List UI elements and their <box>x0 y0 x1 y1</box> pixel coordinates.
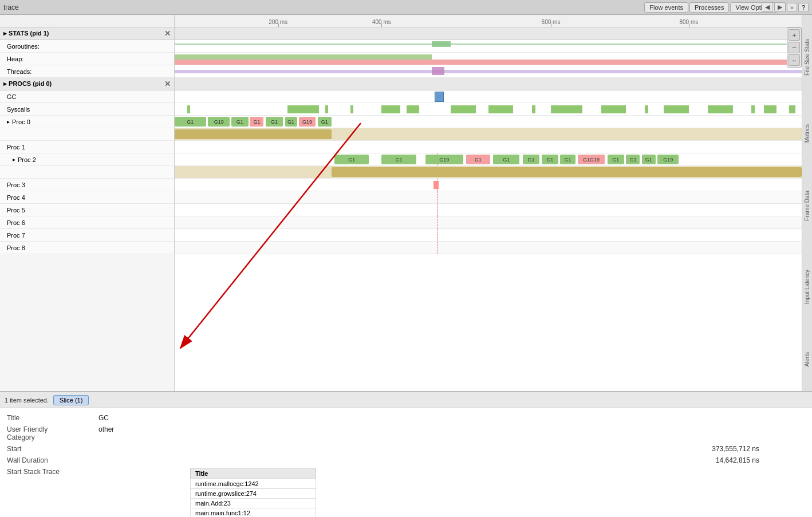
ruler: 200 ms 400 ms 600 ms 800 ms <box>175 15 802 27</box>
stack-row[interactable]: main.main.func1:12 <box>191 508 316 518</box>
proc6-label: Proc 6 <box>0 216 174 229</box>
selection-status: 1 item selected. <box>5 397 49 404</box>
proc0-blocks-row[interactable]: G1 G19 G1 G1 G1 G1 G19 G1 <box>175 116 802 128</box>
tick-400ms: 400 ms <box>372 19 391 25</box>
proc4-timeline-row[interactable] <box>175 191 802 204</box>
proc2-olive-row[interactable] <box>175 166 802 179</box>
detail-header: 1 item selected. Slice (1) <box>0 392 812 408</box>
proc0-olive-row[interactable] <box>175 128 802 141</box>
heap-timeline-row[interactable] <box>175 53 802 65</box>
proc7-timeline-row[interactable] <box>175 229 802 242</box>
goroutines-timeline-row[interactable] <box>175 40 802 53</box>
stack-header: Title <box>191 468 316 479</box>
titlebar: trace Flow events Processes View Options… <box>0 0 812 15</box>
alerts-tab[interactable]: Alerts <box>803 350 811 369</box>
start-stack-label: Start Stack Trace <box>7 467 98 517</box>
heap-label: Heap: <box>0 53 174 65</box>
toolbar-buttons: Flow events Processes View Options <box>644 2 778 13</box>
proc4-label: Proc 4 <box>0 191 174 204</box>
fit-button[interactable]: ↔ <box>789 54 800 66</box>
processes-button[interactable]: Processes <box>689 2 729 13</box>
trace-container: ▸ STATS (pid 1) ✕ Goroutines: Heap: Thre… <box>0 15 812 391</box>
procs-section-header[interactable]: ▸ PROCS (pid 0) ✕ <box>0 78 174 90</box>
threads-label: Threads: <box>0 65 174 78</box>
gc-block[interactable] <box>435 92 443 102</box>
zoom-out-button[interactable]: − <box>789 42 800 53</box>
proc2-blocks-row[interactable]: G1 G1 G19 G1 G1 G1 G1 G1 G1G19 G1 G1 G1 … <box>175 153 802 166</box>
proc5-timeline-row[interactable] <box>175 204 802 216</box>
proc0-label[interactable]: ▸ Proc 0 <box>0 116 174 128</box>
proc3-timeline-row[interactable] <box>175 179 802 191</box>
scroll-controls: + − ↔ <box>787 27 802 68</box>
tick-200ms: 200 ms <box>269 19 287 25</box>
proc3-label: Proc 3 <box>0 179 174 191</box>
help-button[interactable]: ? <box>798 3 809 12</box>
tick-600ms: 600 ms <box>542 19 561 25</box>
wall-duration-label: Wall Duration <box>7 455 98 465</box>
proc7-label: Proc 7 <box>0 229 174 242</box>
stats-section-header[interactable]: ▸ STATS (pid 1) ✕ <box>0 27 174 40</box>
detail-content: Title GC User FriendlyCategory other Sta… <box>0 408 812 517</box>
input-latency-tab[interactable]: Input Latency <box>803 267 811 306</box>
metrics-tab[interactable]: Metrics <box>803 122 811 145</box>
syscalls-label: Syscalls <box>0 103 174 116</box>
frame-data-tab[interactable]: Frame Data <box>803 188 811 223</box>
title-label: Title <box>7 413 98 423</box>
goroutines-label: Goroutines: <box>0 40 174 53</box>
start-label: Start <box>7 444 98 454</box>
nav-forward-button[interactable]: ▶ <box>774 2 786 12</box>
proc8-timeline-row[interactable] <box>175 242 802 254</box>
right-sidebar: File Size Stats Metrics Frame Data Input… <box>802 15 812 391</box>
proc1-timeline-row[interactable] <box>175 141 802 153</box>
syscalls-timeline-row[interactable] <box>175 103 802 116</box>
zoom-in-button[interactable]: + <box>789 29 800 41</box>
stack-row[interactable]: runtime.mallocgc:1242 <box>191 479 316 489</box>
procs-close-button[interactable]: ✕ <box>164 80 171 88</box>
proc8-label: Proc 8 <box>0 242 174 254</box>
slice-tab[interactable]: Slice (1) <box>53 395 89 405</box>
stack-table: Title runtime.mallocgc:1242 runtime.grow… <box>190 468 316 517</box>
title-value: GC <box>98 413 805 423</box>
stack-row[interactable]: runtime.growslice:274 <box>191 489 316 499</box>
proc2-label[interactable]: ▸ Proc 2 <box>0 153 174 166</box>
wall-duration-value: 14,642,815 ns <box>98 455 805 465</box>
timeline-panel[interactable]: 200 ms 400 ms 600 ms 800 ms <box>175 15 802 391</box>
proc6-timeline-row[interactable] <box>175 216 802 229</box>
detail-panel: 1 item selected. Slice (1) Title GC User… <box>0 391 812 517</box>
proc5-label: Proc 5 <box>0 204 174 216</box>
app-title: trace <box>3 3 19 11</box>
nav-expand-button[interactable]: » <box>787 3 797 12</box>
labels-panel: ▸ STATS (pid 1) ✕ Goroutines: Heap: Thre… <box>0 15 175 391</box>
start-value: 373,555,712 ns <box>98 444 805 454</box>
gc-timeline-row[interactable] <box>175 90 802 103</box>
nav-buttons: ◀ ▶ » ? <box>762 2 809 12</box>
stack-trace-container: Title runtime.mallocgc:1242 runtime.grow… <box>98 467 805 517</box>
threads-timeline-row[interactable] <box>175 65 802 78</box>
user-friendly-value: other <box>98 424 805 443</box>
file-size-stats-tab[interactable]: File Size Stats <box>803 37 811 78</box>
flow-events-button[interactable]: Flow events <box>644 2 688 13</box>
tick-800ms: 800 ms <box>679 19 698 25</box>
gc-label: GC <box>0 90 174 103</box>
user-friendly-label: User FriendlyCategory <box>7 424 98 443</box>
nav-back-button[interactable]: ◀ <box>762 2 773 12</box>
stats-close-button[interactable]: ✕ <box>164 29 171 38</box>
stack-row[interactable]: main.Add:23 <box>191 499 316 508</box>
proc1-label: Proc 1 <box>0 141 174 153</box>
